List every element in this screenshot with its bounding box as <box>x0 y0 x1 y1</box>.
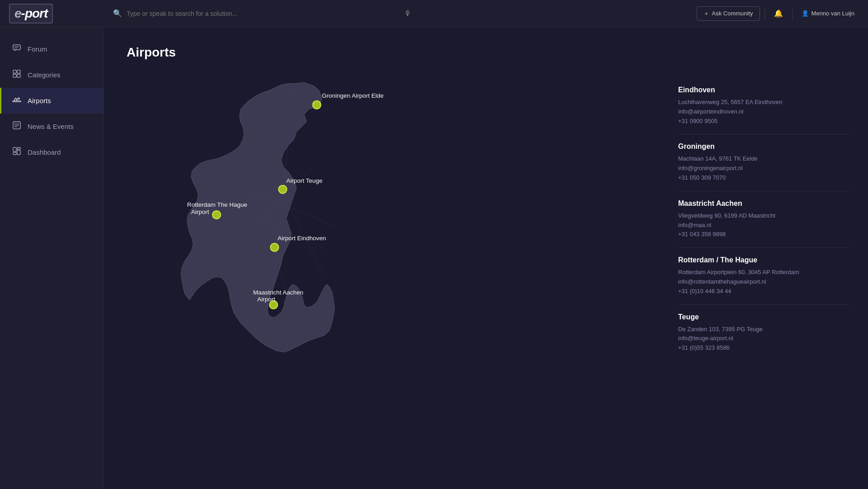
sidebar-item-forum[interactable]: Forum <box>0 36 104 62</box>
airport-entry-maastricht: Maastricht Aachen Vliegveldweg 90, 6199 … <box>678 191 850 248</box>
svg-text:Airport: Airport <box>257 296 275 303</box>
search-input[interactable] <box>127 10 400 17</box>
svg-text:Airport Teuge: Airport Teuge <box>286 177 322 184</box>
airport-name-groningen: Groningen <box>678 142 850 151</box>
sidebar-item-news-events[interactable]: News & Events <box>0 114 104 139</box>
logo-area: e-port <box>0 4 104 24</box>
svg-text:Airport Eindhoven: Airport Eindhoven <box>278 235 326 242</box>
airport-phone-groningen: +31 050 309 7070 <box>678 173 850 183</box>
svg-rect-17 <box>17 150 20 155</box>
airport-name-maastricht: Maastricht Aachen <box>678 199 850 208</box>
topbar: e-port 🔍 🎙 ＋ Ask Community 🔔 👤 Menno van… <box>0 0 868 27</box>
content-area: Airports <box>104 27 868 489</box>
svg-rect-7 <box>13 101 21 102</box>
airport-address-rotterdam: Rotterdam Airportplein 60, 3045 AP Rotte… <box>678 268 850 277</box>
svg-point-27 <box>212 211 221 219</box>
svg-rect-5 <box>13 74 16 77</box>
netherlands-map: Groningen Airport Elde Airport Teuge Rot… <box>127 73 420 358</box>
svg-point-25 <box>313 101 321 109</box>
user-name: Menno van Luijn <box>811 10 854 17</box>
topbar-divider2 <box>792 7 793 20</box>
airport-phone-maastricht: +31 043 358 9898 <box>678 230 850 239</box>
ask-community-button[interactable]: ＋ Ask Community <box>697 6 760 21</box>
airport-name-teuge: Teuge <box>678 313 850 321</box>
airport-entry-rotterdam: Rotterdam / The Hague Rotterdam Airportp… <box>678 248 850 304</box>
airport-email-teuge: info@teuge-airport.nl <box>678 334 850 343</box>
bell-icon: 🔔 <box>774 9 783 18</box>
airport-info-panel: Eindhoven Luchthavenweg 25, 5657 EA Eind… <box>678 73 850 471</box>
map-container: Groningen Airport Elde Airport Teuge Rot… <box>127 73 660 471</box>
svg-text:Groningen Airport Elde: Groningen Airport Elde <box>322 92 384 99</box>
airport-address-maastricht: Vliegveldweg 90, 6199 AD Maastricht <box>678 211 850 221</box>
news-icon <box>12 121 21 132</box>
airport-email-rotterdam: info@rotterdamthehagueairport.nl <box>678 277 850 287</box>
sidebar-label-airports: Airports <box>28 97 51 104</box>
logo: e-port <box>9 4 53 24</box>
sidebar-item-dashboard[interactable]: Dashboard <box>0 139 104 165</box>
sidebar-item-airports[interactable]: Airports <box>0 88 104 114</box>
svg-rect-14 <box>13 147 16 152</box>
page-title: Airports <box>127 45 850 60</box>
airport-phone-teuge: +31 (0)55 323 8586 <box>678 343 850 353</box>
topbar-right: ＋ Ask Community 🔔 👤 Menno van Luijn <box>688 6 868 21</box>
airport-email-groningen: info@groningenairport.nl <box>678 164 850 173</box>
svg-rect-4 <box>17 70 20 73</box>
forum-icon <box>12 43 21 55</box>
airport-email-eindhoven: info@airporteindhoven.nl <box>678 107 850 117</box>
main-layout: Forum Categories Airports <box>0 27 868 489</box>
sidebar-item-categories[interactable]: Categories <box>0 62 104 88</box>
airport-address-eindhoven: Luchthavenweg 25, 5657 EA Eindhoven <box>678 98 850 107</box>
airport-entry-teuge: Teuge De Zanden 103, 7395 PG Teuge info@… <box>678 305 850 361</box>
content-body: Groningen Airport Elde Airport Teuge Rot… <box>127 73 850 471</box>
airport-entry-eindhoven: Eindhoven Luchthavenweg 25, 5657 EA Eind… <box>678 78 850 134</box>
airport-address-groningen: Machlaan 14A, 9761 TK Eelde <box>678 154 850 164</box>
airport-phone-rotterdam: +31 (0)10 446 34 44 <box>678 287 850 296</box>
airport-name-eindhoven: Eindhoven <box>678 86 850 94</box>
sidebar-label-categories: Categories <box>28 71 61 79</box>
svg-text:Maastricht Aachen: Maastricht Aachen <box>253 289 303 296</box>
dashboard-icon <box>12 147 21 158</box>
notifications-button[interactable]: 🔔 <box>769 6 788 20</box>
search-icon: 🔍 <box>113 9 122 18</box>
sidebar-label-forum: Forum <box>28 45 47 53</box>
airport-address-teuge: De Zanden 103, 7395 PG Teuge <box>678 325 850 334</box>
sidebar: Forum Categories Airports <box>0 27 104 489</box>
svg-rect-3 <box>13 70 16 73</box>
search-area: 🔍 🎙 <box>104 9 420 18</box>
svg-point-28 <box>270 243 278 252</box>
airports-icon <box>12 95 21 106</box>
svg-rect-16 <box>13 152 16 155</box>
sidebar-label-dashboard: Dashboard <box>28 148 61 156</box>
sidebar-label-news-events: News & Events <box>28 123 74 130</box>
svg-rect-15 <box>17 147 20 149</box>
svg-text:Airport: Airport <box>191 209 209 215</box>
airport-email-maastricht: info@maa.nl <box>678 221 850 230</box>
airport-name-rotterdam: Rotterdam / The Hague <box>678 256 850 264</box>
ask-community-label: Ask Community <box>712 10 753 17</box>
categories-icon <box>12 69 21 81</box>
topbar-divider <box>764 7 765 20</box>
svg-rect-0 <box>13 45 20 50</box>
svg-text:Rotterdam The Hague: Rotterdam The Hague <box>187 201 247 208</box>
user-menu-button[interactable]: 👤 Menno van Luijn <box>797 7 859 19</box>
mic-icon[interactable]: 🎙 <box>404 9 411 18</box>
airport-phone-eindhoven: +31 0900 9505 <box>678 117 850 126</box>
svg-point-26 <box>278 185 287 194</box>
svg-rect-6 <box>17 74 20 77</box>
user-icon: 👤 <box>802 10 809 17</box>
plus-icon: ＋ <box>703 9 709 18</box>
airport-entry-groningen: Groningen Machlaan 14A, 9761 TK Eelde in… <box>678 134 850 191</box>
